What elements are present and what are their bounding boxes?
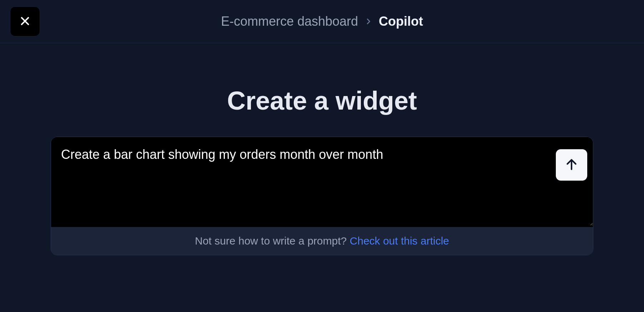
header: E-commerce dashboard Copilot [0, 0, 644, 43]
prompt-input-area [51, 137, 593, 227]
chevron-right-icon [364, 17, 372, 25]
help-article-link[interactable]: Check out this article [350, 235, 449, 247]
prompt-footer-text: Not sure how to write a prompt? [195, 235, 350, 247]
close-button[interactable] [10, 6, 40, 36]
main-content: Create a widget Not sure how to write a … [44, 43, 600, 270]
breadcrumb: E-commerce dashboard Copilot [221, 14, 423, 29]
page-title: Create a widget [51, 86, 593, 115]
prompt-container: Not sure how to write a prompt? Check ou… [51, 137, 593, 255]
breadcrumb-parent[interactable]: E-commerce dashboard [221, 14, 358, 29]
prompt-footer: Not sure how to write a prompt? Check ou… [51, 227, 593, 255]
breadcrumb-current: Copilot [379, 14, 423, 29]
prompt-input[interactable] [51, 137, 593, 226]
close-icon [19, 15, 31, 28]
submit-button[interactable] [556, 149, 587, 181]
arrow-up-icon [564, 157, 579, 173]
